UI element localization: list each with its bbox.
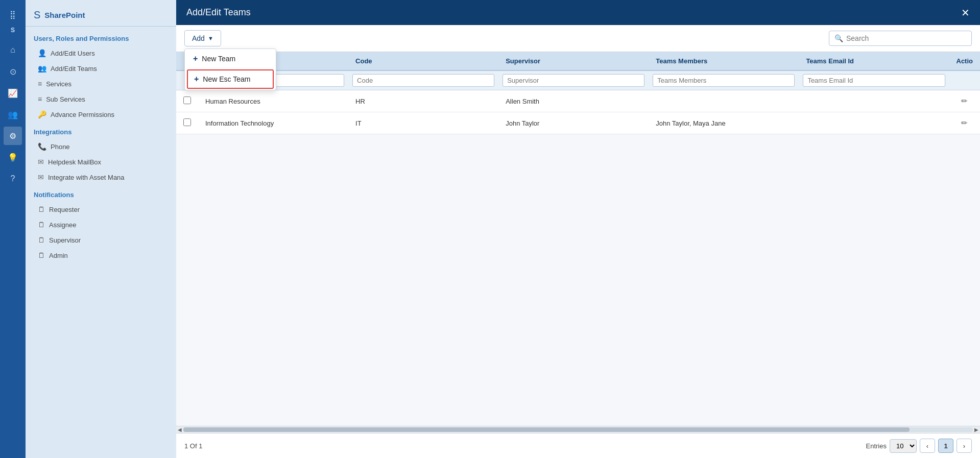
modal-title: Add/Edit Teams — [186, 7, 251, 18]
modal: Add/Edit Teams ✕ Add ▼ + New Team + New … — [176, 0, 980, 458]
app-name: SharePoint — [44, 11, 85, 19]
sidebar-label-advance-permissions: Advance Permissions — [51, 111, 114, 118]
dropdown-item-new-team[interactable]: + New Team — [185, 49, 276, 68]
bulb-icon[interactable]: 💡 — [4, 148, 22, 166]
assignee-icon: 🗒 — [38, 221, 45, 229]
users-icon[interactable]: 👥 — [4, 105, 22, 124]
sidebar-item-services[interactable]: ≡ Services — [26, 76, 176, 91]
table-header-row: Name Code Supervisor Teams Members Teams… — [176, 52, 980, 70]
sidebar-label-integrate-asset: Integrate with Asset Mana — [48, 174, 125, 181]
dropdown-item-new-esc-team[interactable]: + New Esc Team — [187, 69, 274, 89]
plus-icon-new-team: + — [193, 54, 198, 63]
services-icon: ≡ — [38, 80, 42, 88]
sub-services-icon: ≡ — [38, 95, 42, 103]
search-box: 🔍 — [829, 31, 972, 46]
chart-icon[interactable]: 📈 — [4, 84, 22, 102]
row2-teams-email-id — [799, 112, 949, 134]
col-header-teams-members: Teams Members — [649, 52, 799, 70]
horizontal-scrollbar[interactable]: ◀ ▶ — [176, 426, 980, 433]
sidebar-item-admin[interactable]: 🗒 Admin — [26, 248, 176, 263]
dropdown-label-new-team: New Team — [202, 55, 235, 63]
filter-supervisor-cell — [498, 70, 649, 90]
sidebar-item-integrate-asset[interactable]: ✉ Integrate with Asset Mana — [26, 170, 176, 185]
dropdown-label-new-esc-team: New Esc Team — [203, 75, 250, 83]
teams-icon: 👥 — [38, 64, 46, 73]
requester-icon: 🗒 — [38, 205, 45, 213]
sidebar-item-requester[interactable]: 🗒 Requester — [26, 202, 176, 217]
supervisor-icon: 🗒 — [38, 236, 45, 244]
dropdown-menu: + New Team + New Esc Team — [184, 49, 276, 90]
sidebar-item-sub-services[interactable]: ≡ Sub Services — [26, 91, 176, 107]
scrollbar-left-arrow[interactable]: ◀ — [176, 426, 183, 433]
sidebar-item-helpdesk-mailbox[interactable]: ✉ Helpdesk MailBox — [26, 154, 176, 170]
row2-actions-cell: ✏ — [949, 112, 981, 134]
modal-close-button[interactable]: ✕ — [961, 8, 970, 18]
help-icon[interactable]: ? — [4, 170, 22, 188]
sidebar-label-add-edit-users: Add/Edit Users — [51, 50, 95, 57]
sharepoint-icon: S — [34, 9, 40, 21]
home-icon[interactable]: ⌂ — [4, 41, 22, 59]
col-header-code: Code — [348, 52, 498, 70]
pagination-controls: Entries 10 25 50 ‹ 1 › — [866, 439, 972, 453]
sidebar-label-add-edit-teams: Add/Edit Teams — [51, 65, 97, 73]
toolbar-row: Add ▼ + New Team + New Esc Team 🔍 — [176, 25, 980, 52]
row2-supervisor: John Taylor — [498, 112, 649, 134]
search-icon: 🔍 — [834, 34, 843, 42]
grid-icon[interactable]: ⣿ — [4, 5, 22, 23]
filter-teams-members-input[interactable] — [653, 74, 795, 87]
mailbox-icon: ✉ — [38, 158, 44, 166]
sidebar-section-notifications: Notifications — [26, 185, 176, 202]
prev-page-button[interactable]: ‹ — [920, 439, 935, 453]
filter-row — [176, 70, 980, 90]
row1-checkbox[interactable] — [183, 97, 191, 104]
sidebar-item-assignee[interactable]: 🗒 Assignee — [26, 217, 176, 232]
permissions-icon: 🔑 — [38, 110, 46, 118]
scrollbar-thumb[interactable] — [183, 427, 910, 432]
scrollbar-right-arrow[interactable]: ▶ — [973, 426, 980, 433]
sidebar-item-advance-permissions[interactable]: 🔑 Advance Permissions — [26, 107, 176, 122]
gear-icon[interactable]: ⚙ — [4, 127, 22, 145]
icon-rail: ⣿ S ⌂ ⊙ 📈 👥 ⚙ 💡 ? — [0, 0, 26, 458]
sidebar-label-supervisor: Supervisor — [49, 236, 81, 244]
search-nav-icon[interactable]: ⊙ — [4, 62, 22, 81]
row1-edit-button[interactable]: ✏ — [961, 97, 968, 106]
scrollbar-track — [183, 427, 973, 432]
filter-supervisor-input[interactable] — [503, 74, 644, 87]
row2-teams-members: John Taylor, Maya Jane — [649, 112, 799, 134]
sidebar-label-admin: Admin — [49, 252, 68, 259]
footer-row: 1 Of 1 Entries 10 25 50 ‹ 1 › — [176, 433, 980, 458]
entries-label: Entries — [866, 442, 887, 450]
sidebar-item-add-edit-users[interactable]: 👤 Add/Edit Users — [26, 45, 176, 61]
page-1-button[interactable]: 1 — [938, 439, 953, 453]
next-page-button[interactable]: › — [957, 439, 972, 453]
sidebar-label-services: Services — [46, 80, 71, 88]
table-row: Human Resources HR Allen Smith ✏ — [176, 90, 980, 112]
row1-teams-members — [649, 90, 799, 112]
row2-checkbox[interactable] — [183, 118, 191, 126]
sidebar-label-assignee: Assignee — [49, 221, 76, 229]
row2-code: IT — [348, 112, 498, 134]
row1-checkbox-cell — [176, 90, 198, 112]
asset-icon: ✉ — [38, 173, 44, 181]
row1-actions-cell: ✏ — [949, 90, 981, 112]
table-container: Name Code Supervisor Teams Members Teams… — [176, 52, 980, 426]
col-header-teams-email-id: Teams Email Id — [799, 52, 949, 70]
entries-select[interactable]: 10 25 50 — [890, 439, 917, 453]
filter-teams-members-cell — [649, 70, 799, 90]
row1-teams-email-id — [799, 90, 949, 112]
filter-code-input[interactable] — [352, 74, 494, 87]
sidebar-item-add-edit-teams[interactable]: 👥 Add/Edit Teams — [26, 61, 176, 76]
sidebar-item-phone[interactable]: 📞 Phone — [26, 139, 176, 154]
app-name-short: S — [11, 27, 15, 34]
filter-teams-email-input[interactable] — [803, 74, 945, 87]
pagination-info: 1 Of 1 — [184, 442, 202, 450]
sidebar-item-supervisor[interactable]: 🗒 Supervisor — [26, 232, 176, 248]
add-button-label: Add — [192, 34, 205, 42]
add-button[interactable]: Add ▼ — [184, 30, 221, 46]
sidebar-label-sub-services: Sub Services — [46, 95, 85, 103]
admin-icon: 🗒 — [38, 251, 45, 259]
row1-code: HR — [348, 90, 498, 112]
filter-actions-cell — [949, 70, 981, 90]
row2-edit-button[interactable]: ✏ — [961, 118, 968, 128]
search-input[interactable] — [846, 34, 959, 42]
